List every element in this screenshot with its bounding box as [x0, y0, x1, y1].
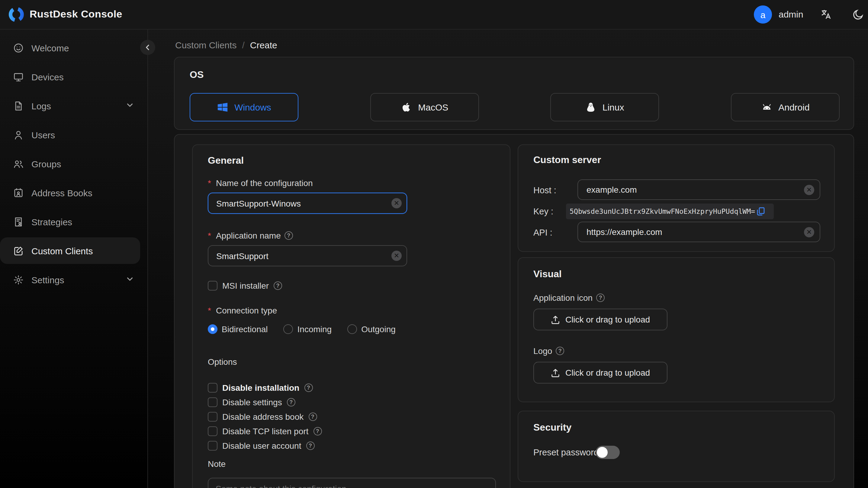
os-button-label: MacOS [418, 102, 448, 112]
language-icon[interactable] [820, 8, 832, 21]
security-heading: Security [533, 422, 571, 433]
radio-incoming[interactable] [284, 324, 293, 334]
disable-user-account-checkbox[interactable] [208, 441, 217, 451]
clear-app-name-icon[interactable]: ✕ [392, 251, 402, 261]
required-asterisk: * [208, 306, 211, 315]
option-row-disable-settings: Disable settings ? [208, 397, 296, 407]
user-name[interactable]: admin [779, 9, 803, 19]
option-label: Disable installation [222, 383, 299, 393]
sidebar-item-address-books[interactable]: Address Books [0, 179, 140, 206]
copy-icon[interactable] [757, 207, 765, 216]
breadcrumb-parent[interactable]: Custom Clients [175, 40, 237, 50]
logo-upload-button[interactable]: Click or drag to upload [533, 362, 668, 384]
logo-label: Logo ? [533, 346, 564, 356]
clear-name-icon[interactable]: ✕ [392, 198, 402, 208]
help-icon[interactable]: ? [304, 384, 313, 392]
host-label: Host : [533, 185, 556, 195]
sidebar-item-strategies[interactable]: Strategies [0, 208, 140, 235]
msi-installer-checkbox[interactable] [208, 281, 217, 291]
apple-icon [401, 101, 412, 113]
visual-card: Visual Application icon ? Click or drag … [518, 257, 835, 402]
disable-settings-checkbox[interactable] [208, 397, 217, 407]
api-input[interactable] [578, 222, 820, 242]
breadcrumb-current: Create [250, 40, 277, 50]
help-icon[interactable]: ? [274, 281, 282, 290]
avatar[interactable]: a [754, 5, 772, 24]
connection-type-radios: Bidirectional Incoming Outgoing [208, 324, 396, 334]
breadcrumb-separator: / [242, 40, 244, 50]
os-button-label: Android [778, 102, 809, 112]
sidebar-item-logs[interactable]: Logs [0, 92, 140, 119]
preset-password-label: Preset password : [533, 448, 603, 457]
os-button-android[interactable]: Android [731, 93, 840, 121]
os-button-label: Windows [235, 102, 271, 112]
note-textarea[interactable] [208, 478, 496, 488]
radio-bidirectional[interactable] [208, 324, 217, 334]
sidebar-item-label: Custom Clients [31, 245, 93, 256]
chevron-down-icon [126, 275, 134, 283]
msi-installer-label: MSI installer [222, 281, 269, 291]
application-name-input[interactable] [208, 245, 407, 266]
connection-type-label: * Connection type [208, 306, 277, 315]
header: RustDesk Console a admin [0, 0, 868, 30]
sidebar-item-custom-clients[interactable]: Custom Clients [0, 237, 140, 264]
radio-outgoing[interactable] [347, 324, 357, 334]
configuration-name-input[interactable] [208, 193, 407, 214]
help-icon[interactable]: ? [284, 231, 293, 240]
disable-installation-checkbox[interactable] [208, 383, 217, 393]
note-label: Note [208, 459, 226, 469]
sidebar-item-label: Settings [31, 274, 64, 285]
sidebar-item-devices[interactable]: Devices [0, 63, 140, 90]
disable-tcp-listen-port-checkbox[interactable] [208, 426, 217, 436]
edit-square-icon [13, 245, 24, 256]
help-icon[interactable]: ? [596, 294, 604, 302]
smiley-icon [13, 42, 24, 53]
strategy-document-icon [13, 216, 24, 227]
option-row-disable-installation: Disable installation ? [208, 383, 313, 393]
preset-password-toggle[interactable] [596, 446, 620, 459]
application-name-label: * Application name ? [208, 231, 293, 240]
sidebar-item-welcome[interactable]: Welcome [0, 34, 140, 61]
sidebar-item-label: Users [31, 129, 55, 140]
sidebar-item-label: Groups [31, 158, 61, 169]
option-label: Disable address book [222, 412, 304, 422]
monitor-icon [13, 71, 24, 82]
help-icon[interactable]: ? [313, 427, 322, 435]
group-icon [13, 158, 24, 169]
rustdesk-logo-icon [8, 7, 24, 22]
option-row-disable-tcp: Disable TCP listen port ? [208, 426, 322, 436]
host-input[interactable] [578, 179, 820, 200]
dark-mode-moon-icon[interactable] [852, 8, 864, 21]
os-heading: OS [190, 69, 204, 80]
security-card: Security Preset password : [518, 411, 835, 482]
sidebar-item-label: Address Books [31, 187, 92, 198]
name-field-label: * Name of the configuration [208, 178, 313, 188]
help-icon[interactable]: ? [556, 347, 564, 355]
chevron-left-icon [144, 44, 151, 51]
application-icon-upload-button[interactable]: Click or drag to upload [533, 309, 668, 330]
help-icon[interactable]: ? [308, 413, 317, 421]
os-button-windows[interactable]: Windows [190, 93, 299, 121]
sidebar-item-settings[interactable]: Settings [0, 266, 140, 293]
option-label: Disable TCP listen port [222, 426, 308, 436]
help-icon[interactable]: ? [306, 441, 315, 450]
clear-host-icon[interactable]: ✕ [804, 185, 814, 195]
file-text-icon [13, 100, 24, 111]
os-options-row: Windows MacOS Linux Android [190, 93, 840, 121]
help-icon[interactable]: ? [287, 398, 296, 406]
app-title: RustDesk Console [30, 8, 122, 21]
windows-icon [217, 101, 228, 113]
upload-icon [551, 315, 560, 324]
sidebar-item-label: Devices [31, 71, 64, 82]
os-button-macos[interactable]: MacOS [370, 93, 479, 121]
clear-api-icon[interactable]: ✕ [804, 227, 814, 237]
general-card: General * Name of the configuration ✕ * … [192, 144, 510, 488]
sidebar-item-users[interactable]: Users [0, 121, 140, 148]
os-button-linux[interactable]: Linux [551, 93, 659, 121]
user-icon [13, 129, 24, 140]
disable-address-book-checkbox[interactable] [208, 412, 217, 422]
sidebar-collapse-button[interactable] [140, 40, 155, 55]
sidebar-item-groups[interactable]: Groups [0, 150, 140, 177]
custom-server-heading: Custom server [533, 155, 601, 165]
radio-label: Bidirectional [222, 324, 268, 334]
